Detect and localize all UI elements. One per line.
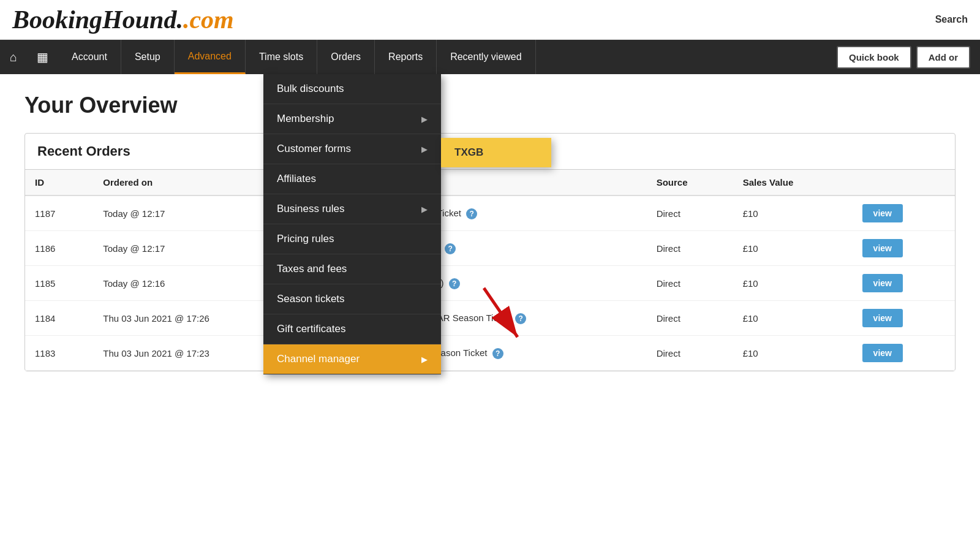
col-action xyxy=(853,170,955,195)
cell-source: Direct xyxy=(647,336,733,371)
col-source: Source xyxy=(647,170,733,195)
cell-view[interactable]: view xyxy=(853,231,955,266)
dropdown-item-season-tickets[interactable]: Season tickets xyxy=(263,284,441,314)
home-icon: ⌂ xyxy=(10,50,17,64)
nav-item-setup[interactable]: Setup xyxy=(121,40,175,74)
view-button[interactable]: view xyxy=(862,344,903,362)
navbar: ⌂ ▦ Account Setup Advanced Time slots Or… xyxy=(0,40,980,74)
dropdown-item-channel-manager[interactable]: Channel manager ▶ xyxy=(263,344,441,374)
calendar-icon: ▦ xyxy=(37,50,48,64)
view-button[interactable]: view xyxy=(862,204,903,222)
dropdown-item-business-rules[interactable]: Business rules ▶ xyxy=(263,194,441,224)
cell-view[interactable]: view xyxy=(853,266,955,301)
advanced-dropdown: Bulk discounts Membership ▶ Customer for… xyxy=(263,74,551,374)
chevron-right-icon: ▶ xyxy=(421,355,428,364)
chevron-right-icon: ▶ xyxy=(421,145,428,154)
col-sales-value: Sales Value xyxy=(733,170,853,195)
home-button[interactable]: ⌂ xyxy=(0,40,27,74)
cell-sales-value: £10 xyxy=(733,195,853,231)
logo-text-black: BookingHound xyxy=(12,6,176,34)
cell-view[interactable]: view xyxy=(853,195,955,231)
cell-source: Direct xyxy=(647,231,733,266)
cell-id: 1187 xyxy=(25,195,93,231)
dropdown-item-pricing-rules[interactable]: Pricing rules xyxy=(263,224,441,254)
dropdown-item-bulk-discounts[interactable]: Bulk discounts xyxy=(263,74,441,104)
dropdown-item-gift-certificates[interactable]: Gift certificates xyxy=(263,314,441,344)
nav-item-recently-viewed[interactable]: Recently viewed xyxy=(437,40,536,74)
cell-sales-value: £10 xyxy=(733,231,853,266)
cell-sales-value: £10 xyxy=(733,266,853,301)
dropdown-menu: Bulk discounts Membership ▶ Customer for… xyxy=(263,74,441,374)
add-order-button[interactable]: Add or xyxy=(916,46,970,69)
cell-source: Direct xyxy=(647,266,733,301)
dropdown-item-customer-forms[interactable]: Customer forms ▶ xyxy=(263,134,441,164)
cell-id: 1185 xyxy=(25,266,93,301)
quick-book-button[interactable]: Quick book xyxy=(837,46,911,69)
cell-view[interactable]: view xyxy=(853,301,955,336)
view-button[interactable]: view xyxy=(862,274,903,292)
top-bar: BookingHound..com Search xyxy=(0,0,980,40)
nav-item-account[interactable]: Account xyxy=(58,40,121,74)
submenu-item-txgb[interactable]: TXGB xyxy=(441,138,551,167)
search-label[interactable]: Search xyxy=(935,14,968,25)
col-id: ID xyxy=(25,170,93,195)
logo: BookingHound..com xyxy=(12,5,234,34)
logo-text-orange: .com xyxy=(183,6,234,34)
cell-view[interactable]: view xyxy=(853,336,955,371)
calendar-button[interactable]: ▦ xyxy=(27,40,58,74)
cell-id: 1183 xyxy=(25,336,93,371)
cell-source: Direct xyxy=(647,301,733,336)
cell-source: Direct xyxy=(647,195,733,231)
nav-item-advanced[interactable]: Advanced xyxy=(175,40,246,74)
nav-item-timeslots[interactable]: Time slots xyxy=(246,40,317,74)
dropdown-item-affiliates[interactable]: Affiliates xyxy=(263,164,441,194)
nav-item-orders[interactable]: Orders xyxy=(317,40,375,74)
dropdown-item-taxes-and-fees[interactable]: Taxes and fees xyxy=(263,254,441,284)
cell-id: 1186 xyxy=(25,231,93,266)
channel-manager-submenu: TXGB xyxy=(441,138,551,167)
cell-id: 1184 xyxy=(25,301,93,336)
cell-sales-value: £10 xyxy=(733,301,853,336)
view-button[interactable]: view xyxy=(862,309,903,327)
nav-right-buttons: Quick book Add or xyxy=(837,40,980,74)
nav-item-reports[interactable]: Reports xyxy=(375,40,437,74)
cell-sales-value: £10 xyxy=(733,336,853,371)
view-button[interactable]: view xyxy=(862,239,903,257)
dropdown-item-membership[interactable]: Membership ▶ xyxy=(263,104,441,134)
chevron-right-icon: ▶ xyxy=(421,115,428,124)
chevron-right-icon: ▶ xyxy=(421,205,428,214)
